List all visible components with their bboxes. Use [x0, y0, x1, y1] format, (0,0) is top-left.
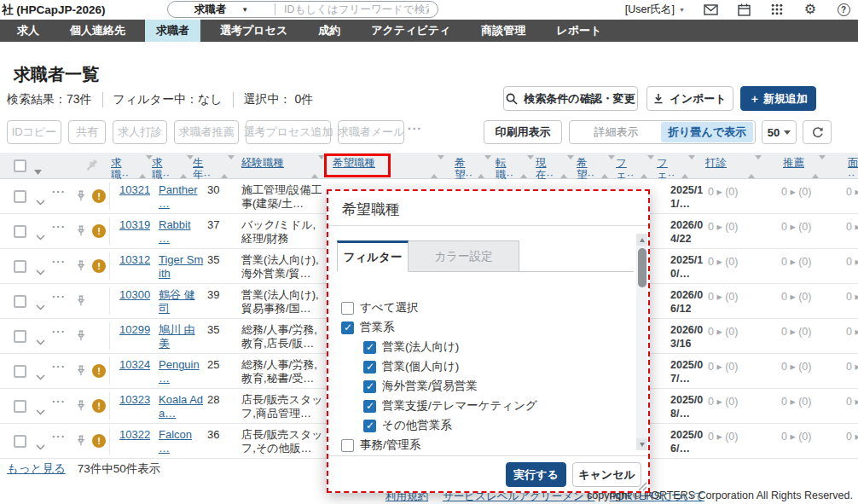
pin-icon[interactable]	[75, 365, 87, 381]
candidate-name-link[interactable]: 鳩川 由美	[159, 323, 204, 351]
row-more-icon[interactable]: ···	[52, 360, 66, 373]
resize-grip-icon[interactable]	[636, 479, 647, 490]
nav-tab-4[interactable]: 成約	[307, 20, 351, 42]
candidate-id-link[interactable]: 10324	[119, 358, 150, 371]
chevron-down-icon[interactable]	[36, 229, 45, 244]
candidate-name-link[interactable]: Rabbit …	[159, 218, 204, 246]
candidate-id-link[interactable]: 10300	[119, 288, 150, 301]
pin-icon[interactable]	[75, 400, 87, 416]
column-header-6[interactable]: 転 職··	[496, 157, 513, 182]
checkbox-unchecked[interactable]	[341, 302, 354, 315]
modal-scrollbar[interactable]	[636, 234, 647, 450]
pin-icon[interactable]	[75, 260, 87, 276]
candidate-name-link[interactable]: Panther …	[159, 183, 204, 211]
column-header-11[interactable]: 打診	[705, 157, 727, 169]
candidate-name-link[interactable]: Falcon …	[159, 428, 204, 456]
sort-icon[interactable]	[560, 159, 568, 175]
candidate-id-link[interactable]: 10322	[119, 428, 150, 441]
calendar-icon[interactable]	[736, 2, 751, 17]
row-more-icon[interactable]: ···	[52, 395, 66, 408]
nav-tab-0[interactable]: 求人	[6, 20, 50, 42]
row-checkbox[interactable]	[14, 435, 26, 448]
more-actions-button[interactable]: ···	[408, 122, 422, 136]
sort-icon[interactable]	[641, 159, 648, 175]
checkbox-checked[interactable]	[363, 380, 376, 393]
filter-option[interactable]: 海外営業/貿易営業	[363, 378, 478, 395]
column-header-0[interactable]: 求 職··	[111, 157, 129, 182]
checkbox-checked[interactable]	[363, 341, 376, 354]
filter-option[interactable]: 営業系	[341, 319, 395, 336]
user-menu[interactable]: [User氏名] ▼	[625, 3, 685, 17]
add-new-button[interactable]: ＋ 新規追加	[740, 86, 816, 111]
bulk-action-button-0[interactable]: IDコピー	[7, 120, 61, 144]
unpin-all-icon[interactable]	[84, 159, 98, 172]
global-search-input[interactable]	[275, 3, 438, 15]
scrollbar-thumb[interactable]	[638, 248, 646, 287]
filter-option[interactable]: その他営業系	[363, 417, 452, 434]
candidate-name-link[interactable]: Penguin …	[159, 358, 204, 386]
sort-icon[interactable]	[180, 159, 188, 175]
bulk-action-button-2[interactable]: 求人打診	[113, 120, 167, 144]
row-more-icon[interactable]: ···	[52, 220, 66, 233]
pin-icon[interactable]	[75, 435, 87, 451]
row-checkbox[interactable]	[14, 190, 26, 203]
execute-button[interactable]: 実行する	[506, 462, 566, 487]
sort-icon[interactable]	[431, 159, 438, 175]
scroll-up-icon[interactable]	[636, 234, 647, 246]
pin-icon[interactable]	[75, 330, 87, 346]
row-checkbox[interactable]	[14, 225, 26, 238]
tab-color-settings[interactable]: カラー設定	[409, 240, 519, 272]
chevron-down-icon[interactable]	[36, 368, 45, 384]
bulk-action-button-1[interactable]: 共有	[68, 120, 106, 144]
nav-tab-7[interactable]: レポート	[545, 20, 612, 42]
row-more-icon[interactable]: ···	[52, 290, 66, 303]
checkbox-checked[interactable]	[363, 420, 376, 432]
chevron-down-icon[interactable]	[36, 194, 45, 209]
pin-icon[interactable]	[75, 190, 87, 206]
row-checkbox[interactable]	[14, 330, 26, 343]
filter-option[interactable]: 営業(法人向け)	[363, 339, 459, 356]
nav-tab-6[interactable]: 商談管理	[470, 20, 536, 42]
column-header-13[interactable]: 面··	[848, 157, 858, 182]
nav-tab-5[interactable]: アクティビティ	[360, 20, 461, 42]
help-icon[interactable]: ?	[836, 2, 851, 17]
column-header-10[interactable]: フ ェ··	[657, 157, 675, 182]
pin-icon[interactable]	[75, 295, 87, 311]
sort-icon[interactable]	[221, 159, 229, 175]
mail-icon[interactable]	[703, 2, 718, 17]
sort-icon[interactable]	[311, 159, 319, 175]
chevron-down-icon[interactable]	[36, 403, 45, 419]
print-view-button[interactable]: 印刷用表示	[484, 120, 562, 144]
sort-icon[interactable]	[748, 159, 756, 175]
tab-filter[interactable]: フィルター	[337, 240, 409, 272]
load-more-link[interactable]: もっと見る	[7, 461, 66, 477]
filter-option[interactable]: 事務/管理系	[341, 437, 420, 454]
collapsed-view-button[interactable]: 折り畳んで表示	[661, 122, 753, 142]
bulk-action-button-5[interactable]: 求職者メール	[338, 120, 404, 144]
scroll-down-icon[interactable]	[636, 438, 647, 450]
sort-icon[interactable]	[520, 159, 528, 175]
bulk-action-button-4[interactable]: 選考プロセス追加	[246, 120, 331, 144]
filter-option[interactable]: すべて選択	[341, 299, 418, 316]
page-size-select[interactable]: 50	[762, 120, 797, 144]
row-checkbox[interactable]	[14, 365, 26, 378]
column-header-3[interactable]: 経験職種	[241, 157, 284, 169]
candidate-name-link[interactable]: 鶴谷 健司	[159, 288, 204, 316]
chevron-down-icon[interactable]	[36, 438, 45, 454]
row-more-icon[interactable]: ···	[52, 255, 66, 268]
candidate-id-link[interactable]: 10321	[119, 183, 150, 196]
checkbox-unchecked[interactable]	[341, 439, 354, 452]
chevron-down-icon[interactable]	[36, 264, 45, 279]
bulk-action-button-3[interactable]: 求職者推薦	[174, 120, 239, 144]
select-all-checkbox[interactable]	[14, 159, 26, 172]
apps-grid-icon[interactable]	[769, 2, 785, 17]
column-header-7[interactable]: 現 在··	[536, 157, 554, 182]
row-more-icon[interactable]: ···	[52, 325, 66, 338]
nav-tab-2[interactable]: 求職者	[145, 20, 200, 42]
column-header-9[interactable]: フ ェ··	[616, 157, 634, 182]
cancel-button[interactable]: キャンセル	[572, 462, 641, 487]
sort-icon[interactable]	[812, 159, 820, 175]
pin-icon[interactable]	[75, 225, 87, 241]
search-scope-select[interactable]: 求職者 ▼	[168, 3, 275, 15]
candidate-id-link[interactable]: 10323	[119, 393, 150, 406]
